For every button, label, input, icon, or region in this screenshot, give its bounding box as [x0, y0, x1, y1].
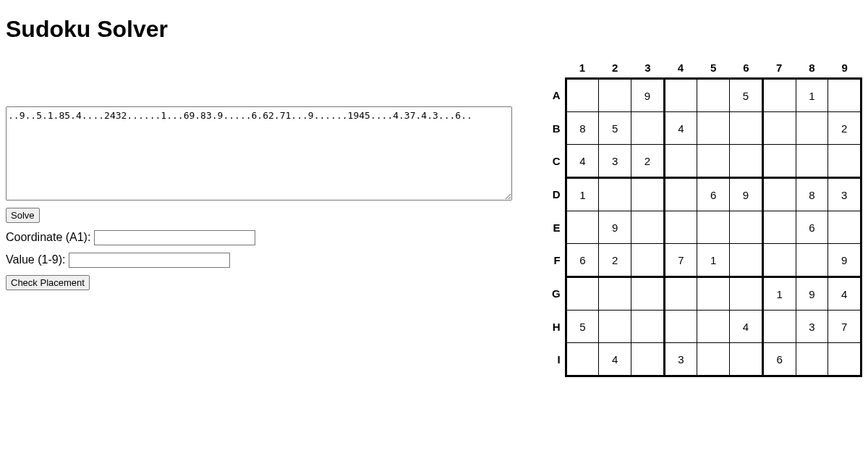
value-label: Value (1-9): [6, 253, 65, 266]
cell-I6 [730, 343, 763, 376]
cell-E1 [566, 211, 599, 244]
cell-H9: 7 [828, 311, 861, 343]
cell-I9 [828, 343, 861, 376]
cell-B6 [730, 112, 763, 145]
cell-A3: 9 [631, 79, 664, 112]
cell-G3 [631, 277, 664, 311]
cell-B4: 4 [664, 112, 697, 145]
cell-C5 [697, 145, 730, 178]
row-header-B: B [545, 112, 566, 145]
puzzle-textarea[interactable] [6, 106, 512, 200]
cell-G4 [664, 277, 697, 311]
col-header-2: 2 [599, 57, 631, 79]
row-header-A: A [545, 79, 566, 112]
cell-D6: 9 [730, 178, 763, 211]
cell-F2: 2 [599, 244, 631, 277]
cell-I1 [566, 343, 599, 376]
cell-E3 [631, 211, 664, 244]
row-header-H: H [545, 311, 566, 343]
cell-B3 [631, 112, 664, 145]
cell-E6 [730, 211, 763, 244]
cell-G8: 9 [796, 277, 828, 311]
col-header-1: 1 [566, 57, 599, 79]
row-header-I: I [545, 343, 566, 376]
cell-H5 [697, 311, 730, 343]
row-header-E: E [545, 211, 566, 244]
col-header-3: 3 [631, 57, 664, 79]
cell-H3 [631, 311, 664, 343]
cell-F7 [762, 244, 796, 277]
cell-H4 [664, 311, 697, 343]
cell-I7: 6 [762, 343, 796, 376]
cell-E7 [762, 211, 796, 244]
cell-C6 [730, 145, 763, 178]
cell-C1: 4 [566, 145, 599, 178]
cell-B9: 2 [828, 112, 861, 145]
cell-H2 [599, 311, 631, 343]
cell-I5 [697, 343, 730, 376]
cell-A1 [566, 79, 599, 112]
col-header-9: 9 [828, 57, 861, 79]
cell-I8 [796, 343, 828, 376]
cell-A9 [828, 79, 861, 112]
cell-A4 [664, 79, 697, 112]
cell-G6 [730, 277, 763, 311]
row-header-G: G [545, 277, 566, 311]
cell-D5: 6 [697, 178, 730, 211]
cell-C8 [796, 145, 828, 178]
cell-B5 [697, 112, 730, 145]
cell-H1: 5 [566, 311, 599, 343]
cell-G7: 1 [762, 277, 796, 311]
cell-C2: 3 [599, 145, 631, 178]
cell-I2: 4 [599, 343, 631, 376]
cell-D7 [762, 178, 796, 211]
check-placement-button[interactable]: Check Placement [6, 275, 90, 290]
cell-F3 [631, 244, 664, 277]
cell-G2 [599, 277, 631, 311]
cell-G9: 4 [828, 277, 861, 311]
cell-E9 [828, 211, 861, 244]
cell-C7 [762, 145, 796, 178]
cell-F1: 6 [566, 244, 599, 277]
cell-A8: 1 [796, 79, 828, 112]
cell-A5 [697, 79, 730, 112]
cell-E5 [697, 211, 730, 244]
cell-C4 [664, 145, 697, 178]
cell-I4: 3 [664, 343, 697, 376]
cell-F8 [796, 244, 828, 277]
cell-G1 [566, 277, 599, 311]
cell-B8 [796, 112, 828, 145]
cell-F6 [730, 244, 763, 277]
solve-button[interactable]: Solve [6, 208, 40, 223]
cell-B1: 8 [566, 112, 599, 145]
cell-A7 [762, 79, 796, 112]
coordinate-input[interactable] [94, 230, 255, 245]
col-header-5: 5 [697, 57, 730, 79]
col-header-4: 4 [664, 57, 697, 79]
col-header-8: 8 [796, 57, 828, 79]
cell-D8: 8 [796, 178, 828, 211]
cell-D1: 1 [566, 178, 599, 211]
cell-I3 [631, 343, 664, 376]
page-title: Sudoku Solver [6, 16, 862, 43]
cell-B7 [762, 112, 796, 145]
sudoku-grid: 123456789A951B8542C432D16983E96F62719G19… [545, 57, 862, 377]
cell-A6: 5 [730, 79, 763, 112]
col-header-7: 7 [762, 57, 796, 79]
cell-C9 [828, 145, 861, 178]
cell-E2: 9 [599, 211, 631, 244]
value-input[interactable] [69, 253, 230, 268]
row-header-F: F [545, 244, 566, 277]
cell-F5: 1 [697, 244, 730, 277]
coordinate-label: Coordinate (A1): [6, 231, 90, 243]
row-header-D: D [545, 178, 566, 211]
cell-E8: 6 [796, 211, 828, 244]
cell-F4: 7 [664, 244, 697, 277]
cell-A2 [599, 79, 631, 112]
cell-G5 [697, 277, 730, 311]
cell-C3: 2 [631, 145, 664, 178]
cell-D4 [664, 178, 697, 211]
cell-B2: 5 [599, 112, 631, 145]
cell-D3 [631, 178, 664, 211]
col-header-6: 6 [730, 57, 763, 79]
